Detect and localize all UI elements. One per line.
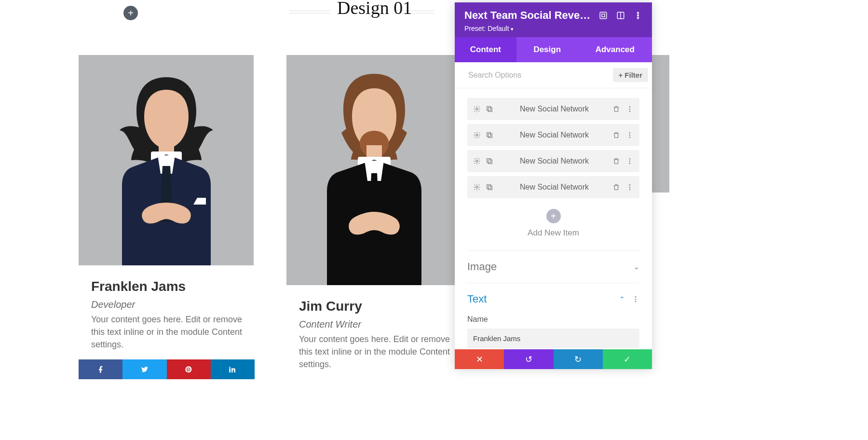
chevron-up-icon: ⌃ — [619, 295, 625, 303]
team-card: Jim Curry Content Writer Your content go… — [286, 55, 462, 379]
more-icon[interactable] — [626, 157, 634, 165]
svg-point-34 — [476, 186, 478, 188]
svg-point-40 — [635, 296, 637, 298]
svg-point-22 — [476, 134, 478, 136]
section-toggle-text[interactable]: Text ⌃ — [467, 283, 639, 315]
preset-selector[interactable]: Preset: Default — [464, 25, 642, 32]
expand-icon[interactable] — [599, 11, 608, 20]
svg-point-16 — [476, 108, 478, 110]
member-description: Your content goes here. Edit or remove t… — [299, 333, 450, 371]
svg-rect-35 — [487, 185, 491, 189]
undo-button[interactable]: ↺ — [504, 349, 553, 369]
tab-advanced[interactable]: Advanced — [578, 37, 652, 62]
add-item-button[interactable]: + — [546, 209, 561, 223]
panel-action-bar: ✕ ↺ ↻ ✓ — [455, 349, 652, 369]
svg-point-38 — [629, 187, 631, 188]
svg-point-26 — [629, 135, 631, 136]
trash-icon[interactable] — [612, 183, 620, 191]
svg-point-32 — [629, 161, 631, 162]
svg-point-42 — [635, 301, 637, 302]
svg-rect-18 — [488, 108, 492, 111]
pinterest-button[interactable] — [167, 359, 211, 379]
columns-icon[interactable] — [616, 11, 625, 20]
svg-point-25 — [629, 132, 631, 134]
twitter-button[interactable] — [122, 359, 166, 379]
social-item-row[interactable]: New Social Network — [467, 150, 639, 172]
module-settings-panel: Next Team Social Reveal Se… Preset: Defa… — [455, 2, 652, 369]
redo-button[interactable]: ↻ — [554, 349, 603, 369]
svg-rect-10 — [602, 14, 605, 17]
panel-tabs: Content Design Advanced — [455, 37, 652, 62]
facebook-button[interactable] — [79, 359, 122, 379]
more-icon[interactable] — [632, 295, 639, 303]
name-field-label: Name — [467, 315, 639, 324]
page-title: Design 01 — [337, 0, 412, 18]
copy-icon[interactable] — [486, 183, 493, 191]
cancel-button[interactable]: ✕ — [455, 349, 504, 369]
filter-button[interactable]: +Filter — [613, 68, 648, 82]
svg-point-19 — [629, 106, 631, 108]
chevron-down-icon: ⌄ — [634, 263, 639, 271]
team-photo — [79, 55, 254, 265]
trash-icon[interactable] — [612, 157, 620, 165]
gear-icon[interactable] — [473, 183, 481, 191]
svg-point-31 — [629, 158, 631, 160]
svg-rect-17 — [487, 107, 491, 110]
trash-icon[interactable] — [612, 131, 620, 139]
svg-point-41 — [635, 299, 637, 300]
more-icon[interactable] — [626, 105, 634, 113]
more-icon[interactable] — [626, 131, 634, 139]
svg-point-21 — [629, 110, 631, 112]
panel-title: Next Team Social Reveal Se… — [464, 9, 594, 22]
name-input[interactable] — [467, 329, 639, 348]
tab-content[interactable]: Content — [455, 37, 516, 62]
add-item-label: Add New Item — [467, 228, 639, 238]
linkedin-button[interactable] — [211, 359, 255, 379]
team-photo — [286, 55, 461, 285]
svg-rect-9 — [600, 12, 607, 19]
section-toggle-image[interactable]: Image ⌄ — [467, 251, 639, 283]
svg-rect-30 — [488, 160, 492, 164]
panel-header[interactable]: Next Team Social Reveal Se… Preset: Defa… — [455, 2, 652, 37]
svg-rect-23 — [487, 133, 491, 137]
copy-icon[interactable] — [486, 105, 493, 113]
svg-point-13 — [637, 12, 639, 14]
gear-icon[interactable] — [473, 157, 481, 165]
member-name: Jim Curry — [299, 299, 450, 314]
member-name: Franklen Jams — [91, 279, 242, 294]
member-role: Developer — [91, 299, 242, 310]
member-description: Your content goes here. Edit or remove t… — [91, 313, 242, 351]
divider-left — [289, 11, 330, 14]
svg-point-27 — [629, 137, 631, 138]
gear-icon[interactable] — [473, 131, 481, 139]
svg-rect-36 — [488, 186, 492, 190]
svg-point-28 — [476, 160, 478, 162]
gear-icon[interactable] — [473, 105, 481, 113]
svg-rect-24 — [488, 134, 492, 138]
social-item-row[interactable]: New Social Network — [467, 98, 639, 120]
svg-point-15 — [637, 17, 639, 19]
more-icon[interactable] — [626, 183, 634, 191]
svg-point-20 — [629, 109, 631, 110]
copy-icon[interactable] — [486, 157, 493, 165]
search-input[interactable] — [467, 70, 613, 80]
social-bar — [79, 359, 255, 379]
svg-point-14 — [637, 15, 639, 16]
copy-icon[interactable] — [486, 131, 493, 139]
social-item-row[interactable]: New Social Network — [467, 124, 639, 146]
more-icon[interactable] — [634, 11, 642, 20]
trash-icon[interactable] — [612, 105, 620, 113]
svg-rect-29 — [487, 159, 491, 163]
tab-design[interactable]: Design — [516, 37, 578, 62]
member-role: Content Writer — [299, 319, 450, 330]
svg-point-39 — [629, 189, 631, 190]
add-section-button[interactable]: + — [123, 6, 138, 20]
save-button[interactable]: ✓ — [603, 349, 652, 369]
team-card: Franklen Jams Developer Your content goe… — [79, 55, 255, 379]
social-item-row[interactable]: New Social Network — [467, 176, 639, 198]
svg-point-33 — [629, 163, 631, 164]
svg-point-37 — [629, 184, 631, 186]
